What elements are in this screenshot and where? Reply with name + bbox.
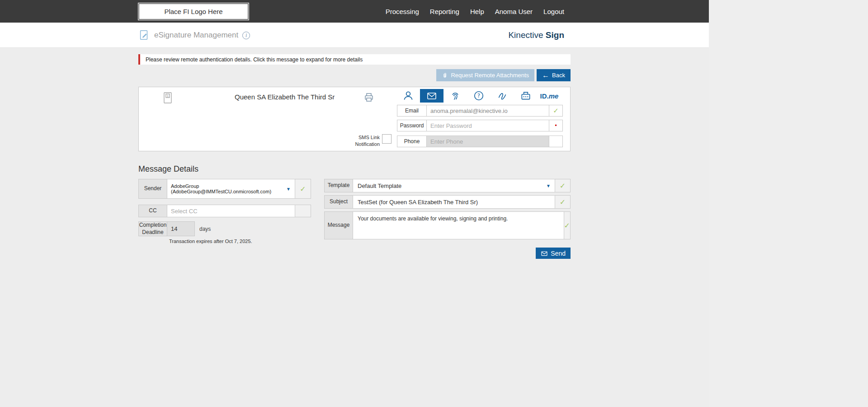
sender-dropdown[interactable]: AdobeGroup (AdobeGroup@IMMTestCU.onmicro… (167, 179, 295, 199)
password-field-row: Password • (397, 120, 563, 131)
auth-signature-icon[interactable] (491, 89, 514, 103)
required-dot-icon: • (555, 122, 557, 129)
top-nav: Processing Reporting Help Anoma User Log… (386, 0, 564, 23)
completion-deadline-label: Completion Deadline (138, 221, 167, 236)
send-button[interactable]: Send (536, 248, 571, 259)
sender-row: Sender AdobeGroup (AdobeGroup@IMMTestCU.… (138, 179, 312, 199)
sms-notification-label: SMS Link Notification (344, 134, 380, 148)
password-required-marker: • (549, 120, 563, 131)
completion-deadline-input[interactable] (167, 221, 195, 236)
message-details-heading: Message Details (138, 164, 571, 174)
message-label: Message (324, 211, 353, 239)
send-row: Send (138, 248, 571, 259)
auth-email-icon[interactable] (420, 89, 443, 103)
template-dropdown[interactable]: Default Template ▼ (353, 179, 555, 192)
alert-banner[interactable]: Please review remote authentication deta… (138, 54, 571, 65)
chevron-down-icon: ▼ (286, 187, 291, 192)
message-row: Message Your documents are available for… (324, 211, 571, 239)
back-arrow-icon: ← (542, 72, 549, 79)
email-input[interactable] (426, 105, 549, 117)
recipient-name: Queen SA Elizabeth The Third Sr (235, 93, 335, 101)
transaction-expiry-note: Transaction expires after Oct 7, 2025. (138, 239, 312, 244)
brand-name: Kinective (508, 30, 543, 40)
cc-row: CC (138, 205, 312, 217)
template-value: Default Template (358, 182, 401, 189)
password-label: Password (397, 120, 427, 131)
subject-valid-check-icon: ✓ (555, 195, 571, 209)
fi-logo-placeholder: Place FI Logo Here (138, 3, 249, 20)
sender-email: (AdobeGroup@IMMTestCU.onmicrosoft.com) (171, 189, 283, 194)
deadline-unit-label: days (199, 226, 211, 232)
document-package-icon: 1 (162, 92, 173, 104)
page: Place FI Logo Here Processing Reporting … (0, 0, 709, 407)
sender-valid-check-icon: ✓ (295, 179, 311, 199)
auth-user-icon[interactable] (396, 89, 420, 103)
info-icon[interactable]: i (242, 32, 250, 39)
back-button[interactable]: ← Back (537, 69, 571, 81)
nav-reporting[interactable]: Reporting (430, 8, 459, 15)
nav-help[interactable]: Help (470, 8, 484, 15)
main-content: Please review remote authentication deta… (0, 48, 709, 407)
subject-input[interactable] (353, 195, 555, 209)
svg-text:?: ? (477, 93, 480, 99)
auth-methods-row: ? (396, 89, 561, 103)
chevron-down-icon: ▼ (546, 183, 551, 188)
request-remote-attachments-button[interactable]: Request Remote Attachments (436, 69, 534, 81)
esignature-icon (138, 29, 150, 41)
svg-text:1: 1 (167, 94, 169, 98)
email-field-row: Email ✓ (397, 105, 563, 117)
subject-label: Subject (324, 195, 353, 209)
phone-input[interactable] (426, 136, 549, 147)
topbar: Place FI Logo Here Processing Reporting … (0, 0, 709, 23)
phone-status-cell (549, 136, 563, 147)
nav-processing[interactable]: Processing (386, 8, 419, 15)
sender-name: AdobeGroup (171, 183, 283, 189)
template-row: Template Default Template ▼ ✓ (324, 179, 571, 192)
cc-input[interactable] (167, 205, 295, 217)
cc-status-cell (295, 205, 311, 217)
message-valid-check-icon: ✓ (564, 211, 571, 239)
email-valid-check-icon: ✓ (549, 105, 563, 117)
email-label: Email (397, 105, 427, 117)
actions-row: Request Remote Attachments ← Back (138, 69, 571, 81)
phone-field-row: Phone (397, 136, 563, 147)
message-textarea[interactable]: Your documents are available for viewing… (353, 211, 564, 239)
template-label: Template (324, 179, 353, 192)
recipient-panel: 1 Queen SA Elizabeth The Third Sr (138, 87, 571, 151)
subheader: eSignature Management i Kinective Sign (0, 23, 709, 48)
subject-row: Subject ✓ (324, 195, 571, 209)
send-envelope-icon (541, 250, 548, 257)
fi-logo-text: Place FI Logo Here (164, 8, 222, 15)
sender-label: Sender (138, 179, 167, 199)
password-input[interactable] (426, 120, 549, 131)
nav-logout[interactable]: Logout (543, 8, 564, 15)
paperclip-icon (442, 72, 448, 79)
auth-security-question-icon[interactable]: ? (467, 89, 491, 103)
auth-fax-icon[interactable] (514, 89, 538, 103)
brand-suffix: Sign (546, 30, 564, 40)
auth-fingerprint-icon[interactable] (443, 89, 467, 103)
alert-message: Please review remote authentication deta… (146, 56, 363, 63)
completion-deadline-row: Completion Deadline days (138, 221, 312, 236)
cc-label: CC (138, 205, 167, 217)
brand-logo: Kinective Sign (508, 30, 564, 40)
message-details-section: Sender AdobeGroup (AdobeGroup@IMMTestCU.… (138, 179, 571, 244)
template-valid-check-icon: ✓ (555, 179, 571, 192)
phone-label: Phone (397, 136, 427, 147)
page-title: eSignature Management (154, 31, 238, 40)
auth-idme-logo[interactable]: ID.me (538, 89, 561, 103)
sms-notification-checkbox[interactable] (382, 134, 392, 144)
nav-user[interactable]: Anoma User (495, 8, 533, 15)
print-icon[interactable] (363, 92, 374, 103)
